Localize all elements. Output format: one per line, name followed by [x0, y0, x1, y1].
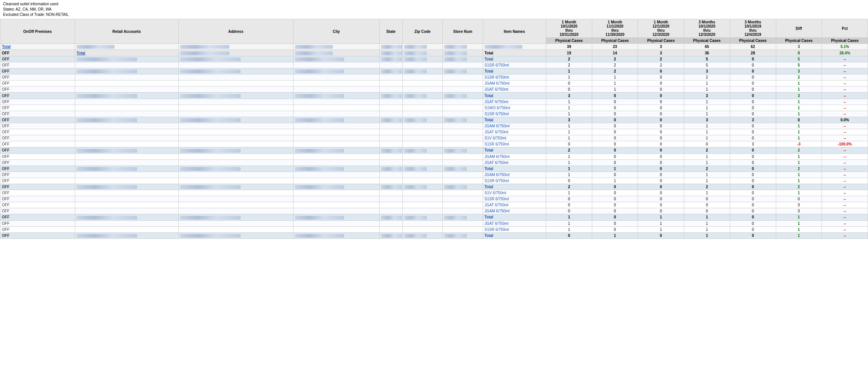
item-row: OFFJGAM 6/750ml100101--: [0, 172, 868, 178]
cell-item-name: Total: [483, 214, 546, 220]
cell-store: [443, 214, 483, 220]
cell-city: [293, 220, 379, 226]
cell-p3: 0: [638, 208, 684, 214]
cell-diff: 2: [776, 147, 822, 153]
cell-pct: --: [822, 159, 868, 166]
cell-p3: 0: [638, 141, 684, 147]
cell-item-name: S1SR 6/750ml: [483, 196, 546, 202]
col-header-state: State: [379, 19, 402, 44]
cell-item-name: S1SR 6/750ml: [483, 62, 546, 68]
cell-item-name: Total: [483, 184, 546, 190]
cell-state: [379, 99, 402, 105]
cell-address: [178, 208, 293, 214]
cell-retail: [75, 214, 178, 220]
grand-total-item: [483, 44, 546, 50]
cell-p4: 1: [684, 111, 730, 117]
cell-diff: 1: [776, 220, 822, 226]
cell-zip: [402, 220, 442, 226]
cell-p3: 0: [638, 99, 684, 105]
cell-p2: 0: [592, 93, 638, 99]
cell-store: [443, 117, 483, 123]
cell-address: [178, 56, 293, 62]
cell-zip: [402, 190, 442, 196]
cell-pct: --: [822, 74, 868, 80]
cell-address: [178, 220, 293, 226]
cell-item-name: Total: [483, 56, 546, 62]
cell-store: [443, 232, 483, 238]
cell-zip: [402, 153, 442, 159]
cell-item-name: Total: [483, 166, 546, 172]
cell-onoff: OFF: [0, 99, 75, 105]
cell-p2: 0: [592, 214, 638, 220]
cell-zip: [402, 68, 442, 74]
cell-store: [443, 56, 483, 62]
cell-p4: 2: [684, 147, 730, 153]
col-header-period3: 1 Month 12/1/2020 thru 12/3/2020: [638, 19, 684, 38]
cell-retail: [75, 68, 178, 74]
col-header-pct: Pct: [822, 19, 868, 38]
cell-p3: 2: [638, 62, 684, 68]
cell-p1: 1: [546, 105, 592, 111]
cell-pct: --: [822, 202, 868, 208]
cell-state: [379, 74, 402, 80]
off-total-p2: 14: [592, 50, 638, 56]
grand-total-label[interactable]: Total: [0, 44, 75, 50]
cell-address: [178, 62, 293, 68]
cell-pct: --: [822, 178, 868, 184]
cell-p3: 0: [638, 166, 684, 172]
cell-p5: 0: [730, 135, 776, 141]
cell-address: [178, 214, 293, 220]
cell-retail: [75, 80, 178, 87]
cell-p2: 2: [592, 56, 638, 62]
cell-p4: 0: [684, 208, 730, 214]
cell-zip: [402, 80, 442, 87]
cell-p4: 1: [684, 105, 730, 111]
cell-p4: 1: [684, 153, 730, 159]
cell-store: [443, 141, 483, 147]
cell-state: [379, 93, 402, 99]
cell-p5: 0: [730, 220, 776, 226]
cell-pct: --: [822, 226, 868, 232]
cell-p1: 0: [546, 80, 592, 87]
cell-pct: --: [822, 105, 868, 111]
cell-p4: 1: [684, 99, 730, 105]
cell-p4: 1: [684, 87, 730, 93]
cell-zip: [402, 74, 442, 80]
cell-onoff: OFF: [0, 117, 75, 123]
header-line1: Cleansed outlet information used: [3, 2, 865, 7]
cell-address: [178, 141, 293, 147]
cell-retail: [75, 135, 178, 141]
cell-state: [379, 190, 402, 196]
cell-state: [379, 111, 402, 117]
cell-diff: 1: [776, 226, 822, 232]
cell-city: [293, 117, 379, 123]
subtotal-row: OFFTotal222505--: [0, 56, 868, 62]
cell-address: [178, 87, 293, 93]
cell-diff: 1: [776, 190, 822, 196]
cell-city: [293, 147, 379, 153]
cell-address: [178, 80, 293, 87]
cell-p1: 2: [546, 184, 592, 190]
cell-p1: 0: [546, 202, 592, 208]
cell-p1: 0: [546, 196, 592, 202]
cell-p1: 1: [546, 74, 592, 80]
cell-retail: [75, 87, 178, 93]
cell-pct: --: [822, 68, 868, 74]
cell-retail: [75, 99, 178, 105]
cell-pct: --: [822, 87, 868, 93]
cell-city: [293, 141, 379, 147]
cell-diff: -3: [776, 141, 822, 147]
cell-p4: 1: [684, 123, 730, 129]
cell-address: [178, 99, 293, 105]
cell-diff: 0: [776, 117, 822, 123]
item-row: OFFJGAT 6/750ml101101--: [0, 220, 868, 226]
item-row: OFFS1SR 6/750ml000000--: [0, 196, 868, 202]
cell-zip: [402, 196, 442, 202]
cell-state: [379, 153, 402, 159]
cell-store: [443, 80, 483, 87]
cell-zip: [402, 93, 442, 99]
off-total-retail[interactable]: Total: [75, 50, 178, 56]
cell-retail: [75, 190, 178, 196]
cell-item-name: S1SR 6/750ml: [483, 226, 546, 232]
cell-p2: 0: [592, 141, 638, 147]
